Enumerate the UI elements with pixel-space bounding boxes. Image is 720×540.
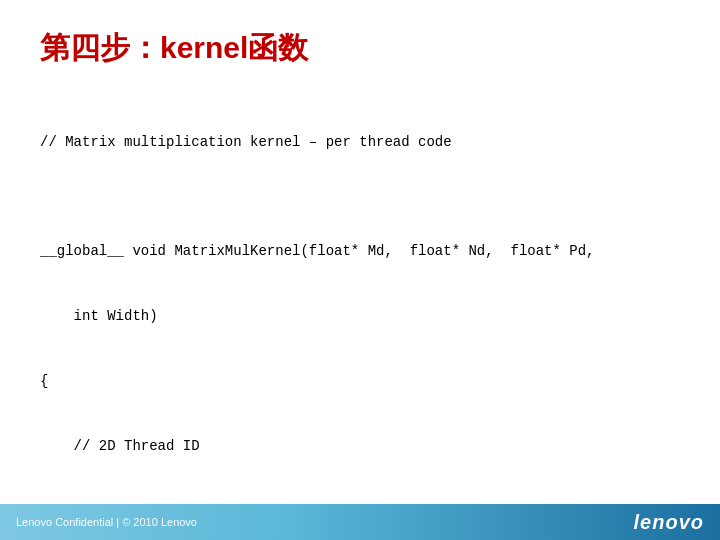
slide-container: 第四步：kernel函数 // Matrix multiplication ke… <box>0 0 720 540</box>
code-line-5: { <box>40 371 680 393</box>
code-line-1: // Matrix multiplication kernel – per th… <box>40 132 680 154</box>
bottom-bar: Lenovo Confidential | © 2010 Lenovo leno… <box>0 504 720 540</box>
code-line-3: __global__ void MatrixMulKernel(float* M… <box>40 241 680 263</box>
lenovo-logo-text: lenovo <box>634 511 704 533</box>
content-area: // Matrix multiplication kernel – per th… <box>0 85 720 540</box>
slide-title: 第四步：kernel函数 <box>40 28 680 69</box>
code-line-4: int Width) <box>40 306 680 328</box>
code-block: // Matrix multiplication kernel – per th… <box>40 89 680 540</box>
code-line-6: // 2D Thread ID <box>40 436 680 458</box>
lenovo-logo: lenovo <box>634 511 704 534</box>
footer-copyright: Lenovo Confidential | © 2010 Lenovo <box>16 516 197 528</box>
title-area: 第四步：kernel函数 <box>0 0 720 85</box>
